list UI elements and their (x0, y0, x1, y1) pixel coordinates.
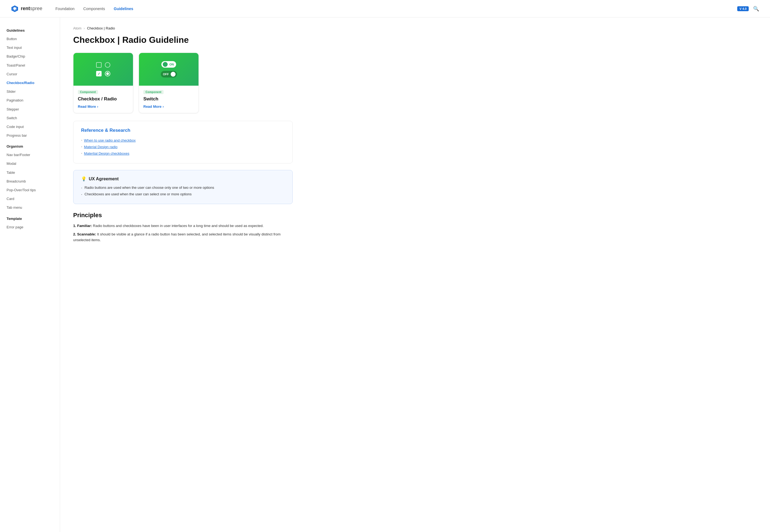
sidebar-item-breadcrumb[interactable]: Breadcrumb (0, 177, 60, 186)
principle-1: 1. Familiar: Radio buttons and checkboxe… (73, 223, 293, 229)
reference-list: When to use radio and checkbox Material … (81, 137, 285, 157)
switch-on-label: ON (169, 63, 174, 66)
sidebar-item-toast-panel[interactable]: Toast/Panel (0, 61, 60, 70)
sidebar-item-slider[interactable]: Slider (0, 87, 60, 96)
reference-title: Reference & Research (81, 128, 285, 133)
breadcrumb-separator: › (83, 26, 85, 30)
top-navigation: rentspree Foundation Components Guidelin… (0, 0, 770, 17)
sidebar-section-template: Template (0, 214, 60, 223)
page-title: Checkbox | Radio Guideline (73, 35, 293, 45)
switch-off: OFF (161, 71, 177, 77)
switch-on-circle (163, 62, 168, 67)
reference-item-1: When to use radio and checkbox (81, 137, 285, 144)
chevron-right-icon: › (97, 104, 98, 109)
nav-guidelines[interactable]: Guidelines (114, 7, 133, 11)
breadcrumb: Atom › Checkbox | Radio (73, 26, 293, 30)
card-title-2: Switch (143, 96, 194, 102)
principle-2: 2. Scannable: It should be visible at a … (73, 232, 293, 243)
reference-link-2[interactable]: Material Design radio (84, 145, 117, 149)
sidebar-item-popover[interactable]: Pop-Over/Tool tips (0, 186, 60, 195)
nav-components[interactable]: Components (83, 7, 105, 11)
sidebar-item-text-input[interactable]: Text input (0, 43, 60, 52)
sidebar-section-organism: Organism (0, 142, 60, 151)
principle-2-label: 2. Scannable: (73, 232, 96, 236)
card-read-more-1[interactable]: Read More › (78, 104, 128, 109)
card-tag-1: Component (78, 90, 98, 94)
reference-link-3[interactable]: Matertial Design checkboxes (84, 151, 129, 156)
logo-icon (11, 5, 19, 13)
principles-title: Principles (73, 212, 293, 219)
nav-foundation[interactable]: Foundation (55, 7, 74, 11)
principle-1-label: 1. Familiar: (73, 224, 92, 228)
card-switch: ON OFF Component Switch (139, 53, 199, 113)
sidebar-item-pagination[interactable]: Pagination (0, 96, 60, 105)
ux-item-1: Radio buttons are used when the user can… (81, 185, 285, 191)
breadcrumb-current: Checkbox | Radio (87, 26, 115, 30)
sidebar: Guidelines Button Text input Badge/Chip … (0, 17, 60, 532)
principle-2-text: It should be visible at a glance if a ra… (73, 232, 281, 242)
principle-1-text: Radio buttons and checkboxes have been i… (93, 224, 264, 228)
switch-off-label: OFF (163, 73, 169, 76)
cb-empty-box (96, 62, 101, 68)
nav-right: V 4.0 🔍 (737, 6, 759, 12)
card-checkbox-radio-body: Component Checkbox / Radio Read More › (73, 86, 133, 113)
card-switch-body: Component Switch Read More › (139, 86, 199, 113)
card-checkbox-radio: ✓ Component Checkbox / Radio (73, 53, 133, 113)
sidebar-item-badge-chip[interactable]: Badge/Chip (0, 52, 60, 61)
ux-agreement-list: Radio buttons are used when the user can… (81, 185, 285, 198)
sidebar-item-switch[interactable]: Switch (0, 114, 60, 122)
sidebar-item-stepper[interactable]: Stepper (0, 105, 60, 114)
ux-item-2: Checkboxes are used when the user can se… (81, 191, 285, 198)
cards-row: ✓ Component Checkbox / Radio (73, 53, 293, 113)
checkbox-preview: ✓ (96, 62, 110, 76)
switch-off-circle (171, 72, 175, 77)
logo[interactable]: rentspree (11, 5, 42, 13)
check-mark: ✓ (97, 72, 100, 76)
card-read-more-2[interactable]: Read More › (143, 104, 194, 109)
switch-on-item: ON (161, 61, 176, 68)
card-title-1: Checkbox / Radio (78, 96, 128, 102)
radio-empty (105, 62, 110, 68)
logo-text: rentspree (21, 6, 42, 11)
radio-checked (105, 71, 110, 76)
sidebar-item-code-input[interactable]: Code input (0, 122, 60, 131)
checkbox-empty (96, 62, 101, 68)
page-layout: Guidelines Button Text input Badge/Chip … (0, 17, 770, 532)
main-content: Atom › Checkbox | Radio Checkbox | Radio… (60, 17, 306, 532)
chevron-right-icon-2: › (162, 104, 163, 109)
sidebar-item-card[interactable]: Card (0, 195, 60, 203)
reference-item-3: Matertial Design checkboxes (81, 150, 285, 157)
card-tag-2: Component (143, 90, 163, 94)
sidebar-section-guidelines: Guidelines (0, 26, 60, 35)
radio-dot (106, 72, 109, 75)
cb-empty-circle (105, 62, 110, 68)
sidebar-item-button[interactable]: Button (0, 35, 60, 43)
sidebar-item-checkbox-radio[interactable]: Checkbox/Radio (0, 79, 60, 87)
sidebar-item-progress-bar[interactable]: Progress bar (0, 131, 60, 140)
cb-checked-box: ✓ (96, 71, 101, 76)
sidebar-item-cursor[interactable]: Cursor (0, 70, 60, 79)
ux-agreement-title: 💡 UX Agreement (81, 176, 285, 181)
sidebar-item-tab-menu[interactable]: Tab menu (0, 203, 60, 212)
version-badge: V 4.0 (737, 6, 749, 11)
reference-box: Reference & Research When to use radio a… (73, 121, 293, 163)
ux-emoji: 💡 (81, 176, 86, 181)
switch-preview: ON OFF (161, 61, 177, 77)
reference-item-2: Material Design radio (81, 144, 285, 150)
search-button[interactable]: 🔍 (753, 6, 759, 12)
breadcrumb-parent[interactable]: Atom (73, 26, 81, 30)
sidebar-item-table[interactable]: Table (0, 168, 60, 177)
nav-links: Foundation Components Guidelines (55, 7, 737, 11)
card-switch-image: ON OFF (139, 53, 199, 86)
reference-link-1[interactable]: When to use radio and checkbox (84, 138, 135, 142)
sidebar-item-navbar-footer[interactable]: Nav bar/Footer (0, 151, 60, 159)
cb-checked-radio (105, 71, 110, 76)
ux-agreement-box: 💡 UX Agreement Radio buttons are used wh… (73, 170, 293, 204)
switch-off-item: OFF (161, 71, 177, 77)
checkbox-checked: ✓ (96, 71, 101, 76)
sidebar-item-error-page[interactable]: Error page (0, 223, 60, 232)
card-checkbox-radio-image: ✓ (73, 53, 133, 86)
switch-on: ON (161, 61, 176, 68)
sidebar-item-modal[interactable]: Modal (0, 159, 60, 168)
